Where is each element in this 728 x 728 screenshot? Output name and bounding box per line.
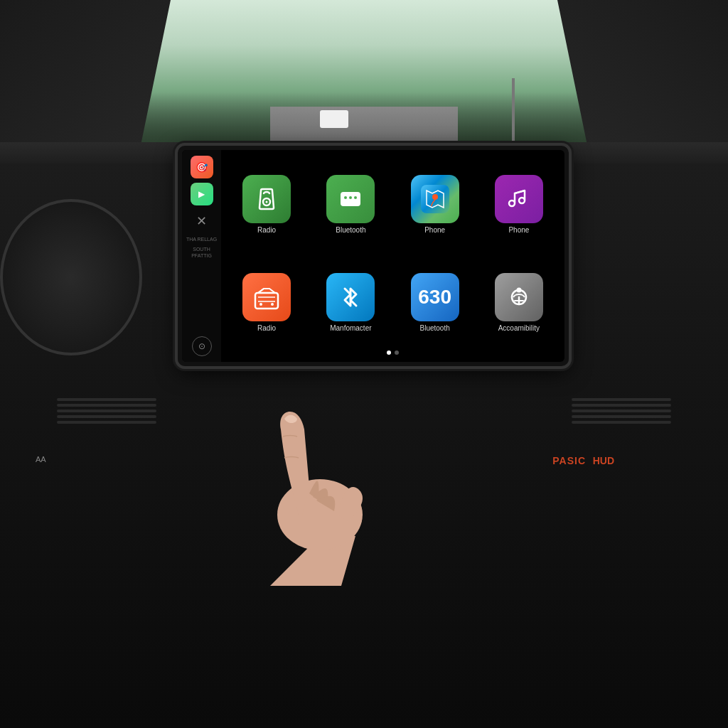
home-button[interactable]: ⊙: [192, 336, 212, 356]
app-icon-maps: [411, 175, 459, 223]
app-icon-music: [495, 175, 543, 223]
svg-point-10: [259, 303, 262, 306]
vent-left: [57, 398, 156, 427]
dot-1[interactable]: [387, 350, 391, 355]
app-630[interactable]: 630 Bluetooth: [397, 257, 473, 348]
app-icon-radio2: [242, 273, 291, 321]
dashboard: 🎯 ▶ ✕ THA RELLAG SOUTH PFATTIG ⊙: [0, 0, 728, 728]
dot-2[interactable]: [395, 350, 399, 355]
sidebar-icon-2[interactable]: ▶: [191, 183, 213, 205]
app-maps[interactable]: Phone: [397, 159, 473, 250]
sidebar-text-1: THA RELLAG: [185, 237, 218, 242]
app-label-630: Bluetooth: [419, 324, 449, 332]
svg-point-11: [271, 303, 274, 306]
app-label-radio2: Radio: [257, 324, 276, 332]
app-icon-accessibility: [495, 273, 543, 321]
svg-rect-9: [255, 293, 278, 309]
screen-bezel: 🎯 ▶ ✕ THA RELLAG SOUTH PFATTIG ⊙: [178, 146, 569, 366]
app-label-bluetooth-top: Bluetooth: [336, 226, 365, 234]
screen-sidebar: 🎯 ▶ ✕ THA RELLAG SOUTH PFATTIG ⊙: [182, 150, 221, 362]
screen-display: 🎯 ▶ ✕ THA RELLAG SOUTH PFATTIG ⊙: [182, 150, 564, 362]
svg-line-8: [515, 191, 525, 193]
app-label-music: Phone: [508, 226, 529, 234]
svg-point-5: [354, 196, 357, 199]
app-radio[interactable]: Radio: [228, 159, 305, 250]
app-music[interactable]: Phone: [481, 159, 557, 250]
app-label-radio: Radio: [257, 226, 276, 234]
vent-right: [572, 398, 671, 427]
svg-point-7: [432, 194, 438, 200]
app-label-accessibility: Accoamibility: [498, 324, 540, 332]
app-label-manfomacter: Manfomacter: [330, 324, 371, 332]
screen-main: Radio Bluetoo: [221, 150, 564, 362]
app-630-text: 630: [418, 286, 451, 309]
pagination-dots: [228, 348, 557, 356]
app-icon-bluetooth-main: [326, 273, 375, 321]
svg-point-3: [344, 196, 347, 199]
sidebar-text-2: SOUTH PFATTIG: [182, 247, 221, 259]
app-icon-bluetooth-top: [326, 175, 375, 223]
bottom-label-left: AA: [36, 455, 46, 464]
app-bluetooth-top[interactable]: Bluetooth: [312, 159, 389, 250]
app-grid: Radio Bluetoo: [228, 159, 557, 348]
hud-label: HUD: [593, 455, 614, 466]
sidebar-icon-1[interactable]: 🎯: [191, 156, 213, 178]
app-icon-radio: [242, 175, 291, 223]
svg-point-4: [349, 196, 352, 199]
app-radio2[interactable]: Radio: [228, 257, 305, 348]
steering-wheel[interactable]: [0, 199, 142, 355]
app-bluetooth-main[interactable]: Manfomacter: [312, 257, 389, 348]
svg-point-1: [266, 200, 268, 203]
app-accessibility[interactable]: Accoamibility: [481, 257, 557, 348]
sidebar-icon-x[interactable]: ✕: [191, 210, 213, 232]
app-label-maps: Phone: [424, 226, 445, 234]
pasic-label: PASIC: [552, 455, 586, 466]
app-icon-630: 630: [411, 273, 459, 321]
